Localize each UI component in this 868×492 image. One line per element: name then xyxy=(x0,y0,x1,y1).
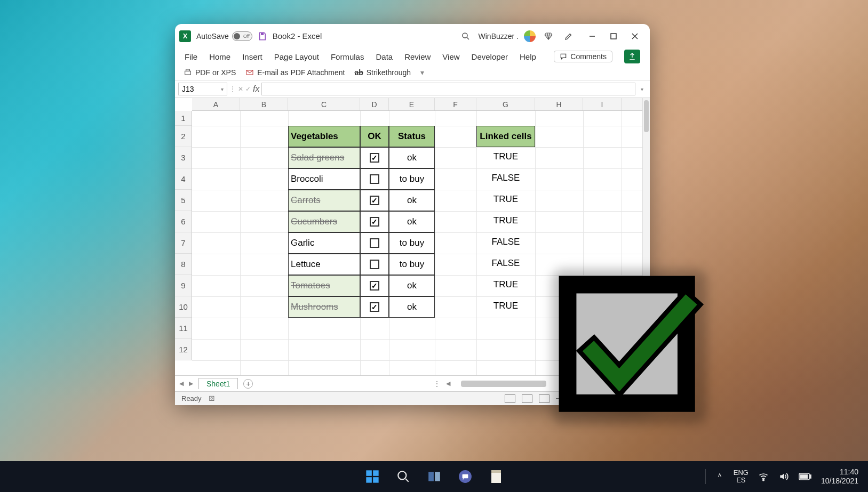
row-header-5[interactable]: 5 xyxy=(175,190,192,211)
cell-vegetable[interactable]: Cucumbers xyxy=(288,211,360,232)
maximize-button[interactable] xyxy=(603,28,624,45)
col-header-B[interactable]: B xyxy=(240,98,288,110)
taskbar-chat-icon[interactable] xyxy=(457,469,473,485)
share-button[interactable] xyxy=(624,50,640,63)
start-button[interactable] xyxy=(364,469,380,485)
cell-vegetable[interactable]: Tomatoes xyxy=(288,275,360,296)
cell-status[interactable]: ok xyxy=(389,275,435,296)
tab-home[interactable]: Home xyxy=(209,52,230,61)
battery-icon[interactable] xyxy=(799,473,811,480)
table-header[interactable]: Status xyxy=(389,126,435,147)
table-header[interactable]: Linked cells xyxy=(476,126,535,147)
cell-ok[interactable] xyxy=(360,168,389,190)
cell-ok[interactable] xyxy=(360,232,389,254)
add-sheet-button[interactable]: + xyxy=(243,379,253,389)
table-header[interactable]: OK xyxy=(360,126,389,147)
table-header[interactable]: Vegetables xyxy=(288,126,360,147)
col-header-F[interactable]: F xyxy=(435,98,476,110)
save-icon[interactable] xyxy=(258,31,267,41)
volume-icon[interactable] xyxy=(778,471,789,482)
formula-expand-icon[interactable]: ▾ xyxy=(638,86,647,92)
col-header-C[interactable]: C xyxy=(288,98,360,110)
cell-status[interactable]: ok xyxy=(389,190,435,211)
checkbox[interactable] xyxy=(370,281,379,291)
col-header-I[interactable]: I xyxy=(583,98,622,110)
task-view-icon[interactable] xyxy=(426,469,442,485)
qat-strikethrough[interactable]: ab Strikethrough xyxy=(354,68,411,77)
account-avatar-icon[interactable] xyxy=(524,30,536,42)
macro-record-icon[interactable] xyxy=(208,395,217,402)
checkbox[interactable] xyxy=(370,196,379,205)
cell-vegetable[interactable]: Broccoli xyxy=(288,168,360,190)
cell-vegetable[interactable]: Salad greens xyxy=(288,147,360,168)
sheet-tab-sheet1[interactable]: Sheet1 xyxy=(198,378,238,389)
checkbox[interactable] xyxy=(370,153,379,163)
cell-status[interactable]: to buy xyxy=(389,254,435,275)
row-header-3[interactable]: 3 xyxy=(175,147,192,168)
tab-formulas[interactable]: Formulas xyxy=(331,52,364,61)
taskbar-search-icon[interactable] xyxy=(395,469,411,485)
name-box[interactable]: J13▾ xyxy=(178,83,227,95)
cell-linked[interactable]: TRUE xyxy=(476,194,535,205)
col-header-A[interactable]: A xyxy=(192,98,240,110)
row-header-2[interactable]: 2 xyxy=(175,126,192,147)
hscroll-left-icon[interactable]: ◀ xyxy=(446,380,450,387)
cell-ok[interactable] xyxy=(360,211,389,232)
view-page-break-icon[interactable] xyxy=(539,394,550,403)
row-header-7[interactable]: 7 xyxy=(175,232,192,254)
cell-ok[interactable] xyxy=(360,190,389,211)
comments-button[interactable]: Comments xyxy=(554,51,612,62)
checkbox[interactable] xyxy=(370,260,379,269)
enter-icon[interactable]: ✓ xyxy=(245,85,251,93)
fx-icon[interactable]: fx xyxy=(253,84,259,94)
cell-status[interactable]: ok xyxy=(389,296,435,318)
tab-developer[interactable]: Developer xyxy=(472,52,508,61)
cell-vegetable[interactable]: Lettuce xyxy=(288,254,360,275)
language-indicator[interactable]: ENGES xyxy=(734,469,748,485)
row-headers[interactable]: 123456789101112 xyxy=(175,111,192,360)
col-header-G[interactable]: G xyxy=(476,98,535,110)
search-icon[interactable] xyxy=(458,29,473,44)
account-name[interactable]: WinBuzzer . xyxy=(479,32,519,41)
cell-status[interactable]: ok xyxy=(389,211,435,232)
cell-linked[interactable]: FALSE xyxy=(476,237,535,247)
qat-email-pdf[interactable]: E-mail as PDF Attachment xyxy=(245,68,345,77)
row-header-1[interactable]: 1 xyxy=(175,111,192,126)
qat-pdf-xps[interactable]: PDF or XPS xyxy=(184,68,236,77)
checkbox[interactable] xyxy=(370,302,379,312)
col-header-E[interactable]: E xyxy=(389,98,435,110)
col-header-H[interactable]: H xyxy=(535,98,583,110)
view-normal-icon[interactable] xyxy=(505,394,515,403)
tab-insert[interactable]: Insert xyxy=(242,52,262,61)
row-header-12[interactable]: 12 xyxy=(175,339,192,360)
cell-linked[interactable]: TRUE xyxy=(476,215,535,226)
cell-ok[interactable] xyxy=(360,254,389,275)
cell-vegetable[interactable]: Mushrooms xyxy=(288,296,360,318)
wifi-icon[interactable] xyxy=(758,471,769,482)
minimize-button[interactable] xyxy=(582,28,603,45)
cell-linked[interactable]: TRUE xyxy=(476,279,535,290)
cell-ok[interactable] xyxy=(360,147,389,168)
cell-linked[interactable]: FALSE xyxy=(476,258,535,269)
row-header-8[interactable]: 8 xyxy=(175,254,192,275)
tab-options-icon[interactable]: ⋮ xyxy=(433,380,441,388)
sheet-nav-next[interactable]: ▶ xyxy=(189,380,193,387)
cell-status[interactable]: to buy xyxy=(389,168,435,190)
cell-ok[interactable] xyxy=(360,275,389,296)
tab-review[interactable]: Review xyxy=(404,52,431,61)
formula-input[interactable] xyxy=(261,83,635,95)
taskbar-explorer-icon[interactable] xyxy=(488,469,504,485)
cell-linked[interactable]: FALSE xyxy=(476,173,535,183)
pen-icon[interactable] xyxy=(561,29,576,44)
checkbox[interactable] xyxy=(370,217,379,227)
tab-page-layout[interactable]: Page Layout xyxy=(274,52,319,61)
row-header-4[interactable]: 4 xyxy=(175,168,192,190)
checkbox[interactable] xyxy=(370,238,379,248)
cell-status[interactable]: ok xyxy=(389,147,435,168)
tab-view[interactable]: View xyxy=(442,52,459,61)
row-header-6[interactable]: 6 xyxy=(175,211,192,232)
tab-file[interactable]: File xyxy=(185,52,197,61)
col-header-D[interactable]: D xyxy=(360,98,389,110)
view-page-layout-icon[interactable] xyxy=(522,394,532,403)
cell-vegetable[interactable]: Garlic xyxy=(288,232,360,254)
